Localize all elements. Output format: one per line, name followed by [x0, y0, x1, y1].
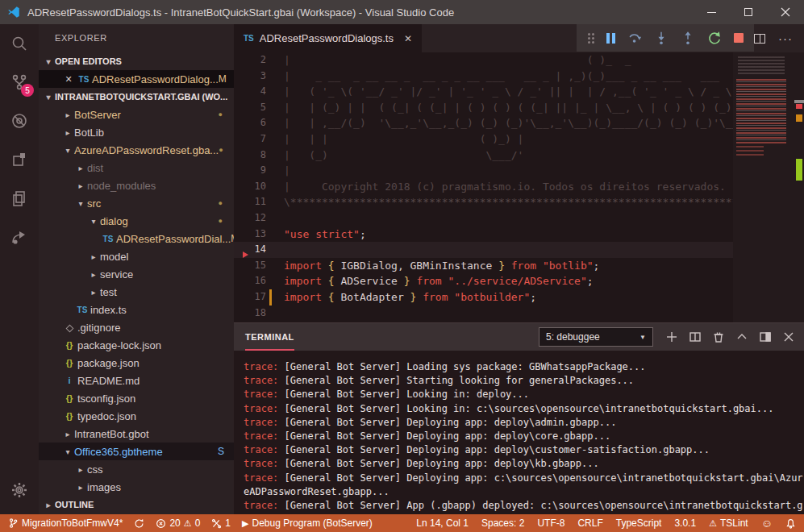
- terminal-output[interactable]: trace: [General Bot Server] Loading sys …: [234, 351, 804, 514]
- tab-adresetpassworddialogs[interactable]: TS ADResetPasswordDialogs.ts ✕: [234, 24, 422, 52]
- explorer-section-outline[interactable]: ▸OUTLINE: [39, 496, 234, 513]
- line-number: 10: [234, 179, 266, 195]
- tree-item-adresetpassworddialog[interactable]: ✕TSADResetPasswordDialog...M: [39, 70, 234, 88]
- code-line-2[interactable]: 2| ( )_ _: [234, 52, 804, 69]
- line-number: 4: [234, 84, 266, 100]
- tree-item-botlib[interactable]: ▸BotLib: [39, 123, 234, 141]
- code-line-8[interactable]: 8| (_) \___/': [234, 148, 804, 164]
- git-branch-item[interactable]: MigrationToBotFmwV4*: [8, 517, 123, 529]
- pause-icon[interactable]: [606, 33, 615, 44]
- tree-item-dist[interactable]: ▸dist: [39, 159, 234, 177]
- tree-item-dialog[interactable]: ▾dialog●: [39, 212, 234, 230]
- typescript-version[interactable]: 3.0.1: [674, 517, 696, 529]
- explorer-section-open-editors[interactable]: ▾OPEN EDITORS: [39, 52, 234, 70]
- explorer-section-intranetbotquickstart-gbai-wo[interactable]: ▾INTRANETBOTQUICKSTART.GBAI (WO...: [39, 88, 234, 106]
- tab-close-icon[interactable]: ✕: [404, 33, 412, 44]
- code-line-6[interactable]: 6| | ,__/(_) '\__,_'\__,_(_) (_) (_)'\__…: [234, 115, 804, 131]
- code-line-5[interactable]: 5| | (_) | | ( (_| ( (_| | ( ) ( ) ( (_|…: [234, 100, 804, 116]
- code-line-16[interactable]: 16import { ADService } from "../service/…: [234, 273, 804, 289]
- code-line-19[interactable]: 19export class ADResetPasswordDialog {: [234, 321, 804, 322]
- terminal-select[interactable]: 5: debuggee ▼: [539, 327, 653, 347]
- code-line-4[interactable]: 4| ( '_ \( '__/ _' |/ _' | '_ ' _ \ / _'…: [234, 84, 804, 100]
- tree-item-src[interactable]: ▾src●: [39, 194, 234, 212]
- tree-item-package-json[interactable]: {}package.json: [39, 354, 234, 372]
- code-line-15[interactable]: 15import { IGBDialog, GBMinInstance } fr…: [234, 258, 804, 274]
- tree-item-package-lock-json[interactable]: {}package-lock.json: [39, 336, 234, 354]
- terminal-tab[interactable]: TERMINAL: [245, 323, 294, 351]
- tree-item-botserver[interactable]: ▸BotServer●: [39, 106, 234, 123]
- settings-gear-icon[interactable]: [0, 471, 39, 509]
- cursor-position[interactable]: Ln 14, Col 1: [416, 517, 469, 529]
- code-line-3[interactable]: 3| _ __ _ __ __ _ __ _ _ __ ___ __ _ | ,…: [234, 69, 804, 85]
- step-over-icon[interactable]: [627, 31, 642, 45]
- tree-item-azureadpasswordreset-gba[interactable]: ▾AzureADPasswordReset.gba...●: [39, 141, 234, 159]
- code-line-10[interactable]: 10| Copyright 2018 (c) pragmatismo.io. T…: [234, 179, 804, 195]
- restart-icon[interactable]: [707, 31, 722, 45]
- git-modified-dot: ●: [219, 199, 223, 207]
- code-line-17[interactable]: 17import { BotAdapter } from "botbuilder…: [234, 289, 804, 305]
- step-out-icon[interactable]: [681, 31, 695, 45]
- tree-item-label: package.json: [77, 357, 140, 369]
- tree-item-test[interactable]: ▸test: [39, 283, 234, 301]
- language-mode[interactable]: TypeScript: [616, 517, 662, 529]
- maximize-button[interactable]: [730, 0, 767, 24]
- sync-item[interactable]: [134, 518, 144, 529]
- notifications-bell-icon[interactable]: [785, 518, 796, 529]
- encoding[interactable]: UTF-8: [537, 517, 564, 529]
- eol-sequence[interactable]: CRLF: [577, 517, 602, 529]
- indentation[interactable]: Spaces: 2: [481, 517, 524, 529]
- tree-item-images[interactable]: ▸images: [39, 478, 234, 496]
- tree-item-label: src: [87, 197, 101, 210]
- more-actions-icon[interactable]: ···: [778, 31, 793, 45]
- step-into-icon[interactable]: [654, 31, 669, 45]
- tree-item-office365-gbtheme[interactable]: ▾Office365.gbthemeS: [39, 443, 234, 460]
- stop-icon[interactable]: [734, 33, 744, 43]
- tree-item-index-ts[interactable]: TSindex.ts: [39, 301, 234, 318]
- maximize-panel-icon[interactable]: [760, 331, 771, 343]
- tree-item-model[interactable]: ▸model: [39, 247, 234, 265]
- code-line-9[interactable]: 9|: [234, 163, 804, 179]
- tree-item-service[interactable]: ▸service: [39, 265, 234, 283]
- tree-item-typedoc-json[interactable]: {}typedoc.json: [39, 407, 234, 425]
- minimap[interactable]: [733, 52, 794, 322]
- source-control-icon[interactable]: 5: [0, 63, 39, 102]
- files-icon[interactable]: [0, 179, 39, 218]
- tree-item-gitignore[interactable]: .gitignore: [39, 318, 234, 336]
- explorer-tree: ▾OPEN EDITORS✕TSADResetPasswordDialog...…: [39, 52, 234, 513]
- code-line-11[interactable]: 11\*************************************…: [234, 194, 804, 210]
- debug-program-item[interactable]: ▶ Debug Program (BotServer): [242, 517, 373, 529]
- code-line-14[interactable]: 14: [234, 242, 804, 258]
- code-line-13[interactable]: 13"use strict";: [234, 227, 804, 243]
- tree-item-node-modules[interactable]: ▸node_modules: [39, 177, 234, 194]
- debug-icon[interactable]: [0, 102, 39, 140]
- code-line-18[interactable]: 18: [234, 305, 804, 322]
- code-editor[interactable]: 2| ( )_ _3| _ __ _ __ __ _ __ _ _ __ ___…: [234, 52, 804, 322]
- search-icon[interactable]: [0, 24, 39, 63]
- close-editor-icon[interactable]: ✕: [61, 74, 76, 85]
- new-terminal-icon[interactable]: [666, 331, 677, 343]
- tslint-item[interactable]: ⚠ TSLint: [709, 517, 748, 529]
- extensions-icon[interactable]: [0, 140, 39, 179]
- collapse-panel-icon[interactable]: [736, 331, 748, 343]
- share-icon[interactable]: [0, 218, 39, 256]
- minimize-button[interactable]: [693, 0, 730, 24]
- tree-item-readme-md[interactable]: iREADME.md: [39, 372, 234, 389]
- tasks-item[interactable]: 1: [211, 517, 231, 529]
- kill-terminal-icon[interactable]: [713, 331, 724, 343]
- tree-item-css[interactable]: ▸css: [39, 460, 234, 478]
- problems-item[interactable]: 20 ⚠ 0: [156, 517, 200, 529]
- tree-item-tsconfig-json[interactable]: {}tsconfig.json: [39, 389, 234, 407]
- tree-item-intranetbot-gbot[interactable]: ▸IntranetBot.gbot: [39, 425, 234, 443]
- close-panel-icon[interactable]: [783, 331, 794, 343]
- tree-item-adresetpassworddial[interactable]: TSADResetPasswordDial...M: [39, 230, 234, 247]
- code-line-12[interactable]: 12: [234, 210, 804, 227]
- close-button[interactable]: [767, 0, 804, 24]
- overview-ruler[interactable]: [794, 52, 804, 322]
- feedback-smiley-icon[interactable]: ☺: [761, 517, 773, 530]
- split-editor-icon[interactable]: [754, 34, 765, 44]
- info-file-icon: i: [61, 376, 77, 385]
- drag-grip-icon[interactable]: [588, 33, 594, 44]
- code-line-7[interactable]: 7| | | ( )_) |: [234, 131, 804, 148]
- split-terminal-icon[interactable]: [689, 331, 701, 343]
- line-number: 19: [234, 321, 266, 322]
